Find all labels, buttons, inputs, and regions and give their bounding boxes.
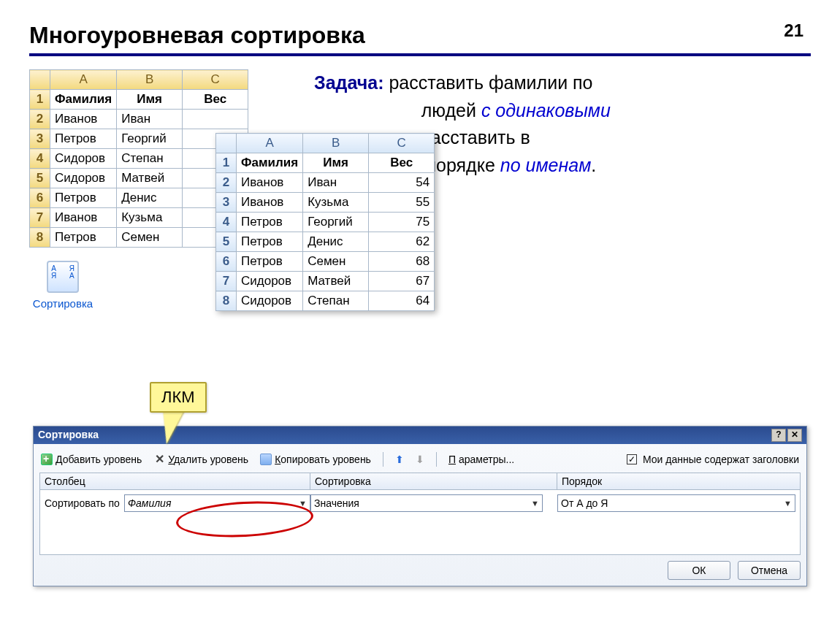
- cell[interactable]: Иван: [303, 173, 369, 193]
- cell[interactable]: Вес: [369, 153, 435, 173]
- row-header[interactable]: 2: [30, 110, 50, 129]
- cell[interactable]: Матвей: [117, 169, 183, 188]
- dialog-toolbar: Добавить уровень ✕ Удалить уровень Копир…: [39, 450, 801, 473]
- cell[interactable]: Петров: [237, 213, 303, 232]
- row-header[interactable]: 7: [30, 208, 50, 228]
- cell[interactable]: Георгий: [303, 213, 369, 232]
- headers-checkbox[interactable]: ✓ Мои данные содержат заголовки: [627, 454, 799, 465]
- row-header[interactable]: 1: [30, 90, 50, 110]
- move-up-button[interactable]: ⬆: [395, 454, 404, 465]
- cell[interactable]: Сидоров: [50, 169, 117, 188]
- checkbox-label: Мои данные содержат заголовки: [643, 454, 799, 465]
- cell[interactable]: Вес: [183, 90, 248, 110]
- params-button[interactable]: Параметры...: [448, 454, 514, 465]
- row-header[interactable]: 6: [30, 188, 50, 208]
- cell[interactable]: Фамилия: [50, 90, 117, 110]
- cell[interactable]: Петров: [50, 188, 117, 208]
- help-button[interactable]: ?: [771, 429, 786, 442]
- cell[interactable]: Иванов: [50, 208, 117, 228]
- cell[interactable]: Иванов: [237, 193, 303, 213]
- cell[interactable]: Петров: [50, 228, 117, 248]
- col-header[interactable]: B: [117, 70, 183, 90]
- col-header[interactable]: A: [237, 134, 303, 153]
- cell[interactable]: Денис: [117, 188, 183, 208]
- chevron-down-icon: ▼: [531, 499, 539, 508]
- sort-button-label: Сортировка: [29, 297, 96, 310]
- cell[interactable]: 62: [369, 232, 435, 252]
- row-header[interactable]: 4: [216, 213, 237, 232]
- task-label: Задача:: [314, 72, 383, 93]
- delete-level-button[interactable]: ✕ Удалить уровень: [153, 454, 248, 465]
- cell[interactable]: Кузьма: [117, 208, 183, 228]
- dialog-footer: ОК Отмена: [39, 561, 801, 580]
- cell[interactable]: Петров: [50, 129, 117, 149]
- dialog-title: Сортировка: [38, 429, 99, 442]
- cell[interactable]: Семен: [303, 252, 369, 272]
- cell[interactable]: 54: [369, 173, 435, 193]
- col-header[interactable]: A: [50, 70, 117, 90]
- copy-level-button[interactable]: Копировать уровень: [260, 454, 371, 465]
- col-header[interactable]: B: [303, 134, 369, 153]
- cell[interactable]: 55: [369, 193, 435, 213]
- column-dropdown[interactable]: Фамилия▼: [124, 494, 310, 512]
- row-header[interactable]: 5: [216, 232, 237, 252]
- cell[interactable]: Фамилия: [237, 153, 303, 173]
- cell[interactable]: Георгий: [117, 129, 183, 149]
- row-header[interactable]: 3: [30, 129, 50, 149]
- chevron-down-icon: ▼: [784, 499, 792, 508]
- cell[interactable]: 75: [369, 213, 435, 232]
- cell[interactable]: Иванов: [237, 173, 303, 193]
- grid-header: Столбец Сортировка Порядок: [39, 473, 801, 490]
- cell[interactable]: Семен: [117, 228, 183, 248]
- separator: [383, 452, 383, 467]
- row-header[interactable]: 8: [30, 228, 50, 248]
- arrow-up-icon: ⬆: [395, 454, 404, 465]
- row-header[interactable]: 4: [30, 149, 50, 169]
- cell[interactable]: Степан: [117, 149, 183, 169]
- cell[interactable]: Степан: [303, 291, 369, 311]
- cell[interactable]: Иванов: [50, 110, 117, 129]
- cell[interactable]: 64: [369, 291, 435, 311]
- add-level-button[interactable]: Добавить уровень: [41, 454, 142, 465]
- cell[interactable]: Сидоров: [237, 291, 303, 311]
- cell[interactable]: Иван: [117, 110, 183, 129]
- dialog-titlebar[interactable]: Сортировка ? ✕: [34, 427, 806, 444]
- header-column: Столбец: [40, 473, 310, 489]
- col-header[interactable]: C: [183, 70, 248, 90]
- cell[interactable]: Матвей: [303, 272, 369, 291]
- corner-cell[interactable]: [30, 70, 50, 90]
- delete-icon: ✕: [153, 454, 165, 464]
- order-dropdown[interactable]: От А до Я▼: [557, 494, 795, 512]
- cell[interactable]: Сидоров: [237, 272, 303, 291]
- checkbox-icon: ✓: [627, 454, 637, 464]
- cell[interactable]: Имя: [117, 90, 183, 110]
- sort-on-dropdown[interactable]: Значения▼: [310, 494, 543, 512]
- cell[interactable]: 67: [369, 272, 435, 291]
- ok-button[interactable]: ОК: [668, 561, 730, 580]
- row-header[interactable]: 7: [216, 272, 237, 291]
- row-header[interactable]: 2: [216, 173, 237, 193]
- row-header[interactable]: 5: [30, 169, 50, 188]
- copy-icon: [260, 454, 272, 465]
- cell[interactable]: Петров: [237, 252, 303, 272]
- col-header[interactable]: C: [369, 134, 435, 153]
- cell[interactable]: Кузьма: [303, 193, 369, 213]
- row-header[interactable]: 3: [216, 193, 237, 213]
- sort-toolbar-button[interactable]: Сортировка: [29, 261, 96, 310]
- corner-cell[interactable]: [216, 134, 237, 153]
- move-down-button[interactable]: ⬇: [416, 454, 424, 465]
- cell[interactable]: Денис: [303, 232, 369, 252]
- row-header[interactable]: 6: [216, 252, 237, 272]
- cell[interactable]: [183, 110, 248, 129]
- sort-icon: [47, 261, 79, 293]
- cell[interactable]: Сидоров: [50, 149, 117, 169]
- cancel-button[interactable]: Отмена: [738, 561, 801, 580]
- close-button[interactable]: ✕: [787, 429, 802, 442]
- row-header[interactable]: 1: [216, 153, 237, 173]
- header-sort: Сортировка: [310, 473, 557, 489]
- cell[interactable]: Имя: [303, 153, 369, 173]
- header-order: Порядок: [557, 473, 800, 489]
- row-header[interactable]: 8: [216, 291, 237, 311]
- cell[interactable]: 68: [369, 252, 435, 272]
- cell[interactable]: Петров: [237, 232, 303, 252]
